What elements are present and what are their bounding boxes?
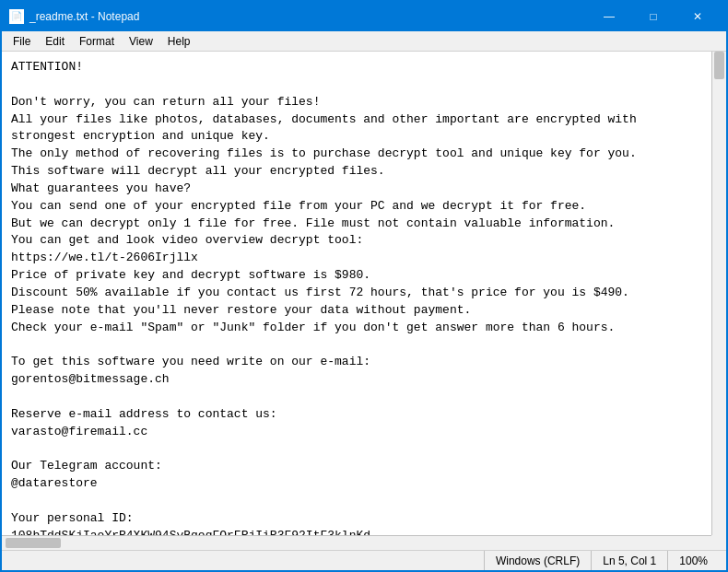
window-controls: — □ ✕ — [588, 7, 719, 26]
maximize-button[interactable]: □ — [632, 7, 675, 26]
vertical-scrollbar[interactable] — [711, 52, 726, 535]
close-button[interactable]: ✕ — [676, 7, 719, 26]
menu-edit[interactable]: Edit — [38, 33, 72, 50]
scrollbar-corner — [711, 535, 726, 550]
title-bar-left: 📄 _readme.txt - Notepad — [9, 9, 139, 24]
menu-help[interactable]: Help — [160, 33, 198, 50]
menu-format[interactable]: Format — [72, 33, 122, 50]
window-title: _readme.txt - Notepad — [29, 10, 139, 23]
menu-file[interactable]: File — [6, 33, 38, 50]
text-editor[interactable]: ATTENTION! Don't worry, you can return a… — [2, 52, 726, 550]
horizontal-scrollbar[interactable] — [2, 535, 711, 550]
menu-bar: File Edit Format View Help — [2, 31, 726, 52]
status-bar: Windows (CRLF) Ln 5, Col 1 100% — [2, 550, 726, 570]
vertical-scrollbar-thumb[interactable] — [714, 52, 724, 79]
status-encoding: Windows (CRLF) — [485, 551, 592, 570]
horizontal-scrollbar-thumb[interactable] — [6, 538, 61, 548]
status-zoom: 100% — [668, 551, 719, 570]
content-area: ATTENTION! Don't worry, you can return a… — [2, 52, 726, 550]
status-empty — [9, 551, 485, 570]
app-icon: 📄 — [9, 9, 24, 24]
status-position: Ln 5, Col 1 — [592, 551, 668, 570]
notepad-window: 📄 _readme.txt - Notepad — □ ✕ File Edit … — [0, 0, 728, 572]
title-bar: 📄 _readme.txt - Notepad — □ ✕ — [2, 2, 726, 31]
menu-view[interactable]: View — [122, 33, 160, 50]
minimize-button[interactable]: — — [588, 7, 630, 26]
